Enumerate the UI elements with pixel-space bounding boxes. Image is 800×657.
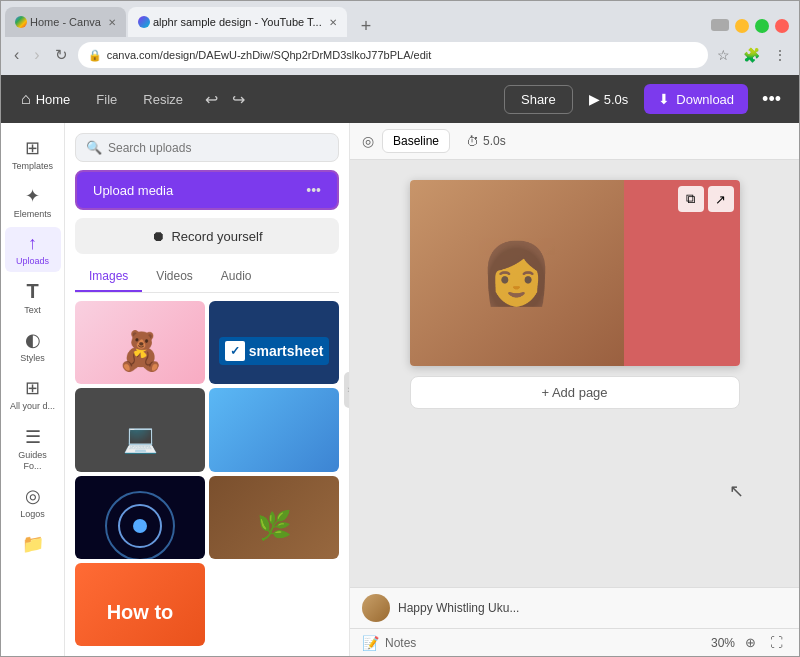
canvas-toolbar: ◎ Baseline ⏱ 5.0s [350, 123, 799, 160]
tab-design[interactable]: alphr sample design - YouTube T... ✕ [128, 7, 347, 37]
guides-label: Guides Fo... [9, 450, 57, 472]
zoom-fit-button[interactable]: ⊕ [741, 633, 760, 652]
tab-design-label: alphr sample design - YouTube T... [153, 16, 322, 28]
address-bar[interactable]: 🔒 canva.com/design/DAEwU-zhDiw/SQhp2rDrM… [78, 42, 708, 68]
grid-item-apple[interactable] [209, 388, 339, 471]
more-options-button[interactable]: ••• [754, 85, 789, 114]
add-page-button[interactable]: + Add page [410, 376, 740, 409]
chrome-favicon-icon [15, 16, 27, 28]
grid-item-howto[interactable]: How to [75, 563, 205, 646]
all-your-label: All your d... [10, 401, 55, 412]
forward-button[interactable]: › [29, 44, 44, 66]
url-display: canva.com/design/DAEwU-zhDiw/SQhp2rDrMD3… [107, 49, 432, 61]
music-avatar [362, 594, 390, 622]
timer-icon: ⏱ [466, 134, 479, 149]
upload-media-button[interactable]: Upload media ••• [75, 170, 339, 210]
guides-icon: ☰ [25, 426, 41, 448]
file-button[interactable]: File [86, 86, 127, 113]
fullscreen-button[interactable]: ⛶ [766, 633, 787, 652]
canvas-area: ◎ Baseline ⏱ 5.0s 👩 [350, 123, 799, 656]
grid-item-teddy[interactable]: 🧸 [75, 301, 205, 384]
share-button[interactable]: Share [504, 85, 573, 114]
window-minimize-button[interactable] [735, 19, 749, 33]
record-icon: ⏺ [151, 228, 165, 244]
tab-home-close-icon[interactable]: ✕ [108, 17, 116, 28]
zoom-level: 30% [711, 636, 735, 650]
panel-resize-handle[interactable]: › [344, 372, 350, 408]
grid-item-laptop[interactable]: 💻 [75, 388, 205, 471]
home-label: Home [36, 92, 71, 107]
record-yourself-button[interactable]: ⏺ Record yourself [75, 218, 339, 254]
download-icon: ⬇ [658, 91, 670, 107]
sidebar-item-styles[interactable]: ◐ Styles [5, 323, 61, 369]
styles-icon: ◐ [25, 329, 41, 351]
sidebar-item-logos[interactable]: ◎ Logos [5, 479, 61, 525]
download-button[interactable]: ⬇ Download [644, 84, 748, 114]
icon-sidebar: ⊞ Templates ✦ Elements ↑ Uploads T Text … [1, 123, 65, 656]
share-icon: ↗ [715, 192, 726, 207]
extensions-button[interactable]: 🧩 [739, 45, 764, 65]
sidebar-item-text[interactable]: T Text [5, 274, 61, 321]
canvas-slide[interactable]: 👩 ⧉ ↗ [410, 180, 740, 366]
play-button[interactable]: ▶ 5.0s [579, 85, 639, 113]
sidebar-item-guides[interactable]: ☰ Guides Fo... [5, 420, 61, 478]
canvas-image-left: 👩 [410, 180, 625, 366]
canvas-wrapper: 👩 ⧉ ↗ + Add page [350, 160, 799, 587]
bookmark-button[interactable]: ☆ [713, 45, 734, 65]
grid-item-smartsheet[interactable]: ✓ smartsheet [209, 301, 339, 384]
tab-images[interactable]: Images [75, 262, 142, 292]
undo-button[interactable]: ↩ [199, 86, 224, 113]
styles-label: Styles [20, 353, 45, 363]
search-input[interactable] [108, 141, 328, 155]
browser-menu-button[interactable]: ⋮ [769, 45, 791, 65]
cursor-indicator: ↖ [729, 480, 744, 502]
notes-icon: 📝 [362, 635, 379, 651]
back-button[interactable]: ‹ [9, 44, 24, 66]
grid-item-wood[interactable]: 🌿 [209, 476, 339, 559]
lock-icon: 🔒 [88, 49, 102, 62]
all-your-icon: ⊞ [25, 377, 40, 399]
uploads-label: Uploads [16, 256, 49, 266]
search-icon: 🔍 [86, 140, 102, 155]
canvas-corner-actions: ⧉ ↗ [678, 186, 734, 212]
redo-button[interactable]: ↪ [226, 86, 251, 113]
canvas-share-button[interactable]: ↗ [708, 186, 734, 212]
status-bar: 📝 Notes 30% ⊕ ⛶ [350, 628, 799, 656]
logos-label: Logos [20, 509, 45, 519]
home-icon: ⌂ [21, 90, 31, 108]
baseline-button[interactable]: Baseline [382, 129, 450, 153]
refresh-button[interactable]: ↻ [50, 44, 73, 66]
window-close-button[interactable] [775, 19, 789, 33]
sidebar-item-templates[interactable]: ⊞ Templates [5, 131, 61, 177]
folders-icon: 📁 [22, 533, 44, 555]
sidebar-item-folders[interactable]: 📁 [5, 527, 61, 561]
grid-item-tech[interactable] [75, 476, 205, 559]
tab-home-label: Home - Canva [30, 16, 101, 28]
timer-display: ⏱ 5.0s [458, 130, 514, 153]
window-collapse-button[interactable] [711, 19, 729, 31]
notes-label: Notes [385, 636, 416, 650]
canva-favicon-icon [138, 16, 150, 28]
window-maximize-button[interactable] [755, 19, 769, 33]
tab-design-close-icon[interactable]: ✕ [329, 17, 337, 28]
search-bar[interactable]: 🔍 [75, 133, 339, 162]
copy-icon: ⧉ [686, 191, 695, 207]
templates-icon: ⊞ [25, 137, 40, 159]
canvas-copy-button[interactable]: ⧉ [678, 186, 704, 212]
templates-label: Templates [12, 161, 53, 171]
home-button[interactable]: ⌂ Home [11, 84, 80, 114]
sidebar-item-uploads[interactable]: ↑ Uploads [5, 227, 61, 272]
baseline-icon: ◎ [362, 133, 374, 149]
sidebar-item-all-your[interactable]: ⊞ All your d... [5, 371, 61, 418]
music-bar: Happy Whistling Uku... [350, 587, 799, 628]
tab-home[interactable]: Home - Canva ✕ [5, 7, 126, 37]
resize-button[interactable]: Resize [133, 86, 193, 113]
text-icon: T [26, 280, 38, 303]
sidebar-item-elements[interactable]: ✦ Elements [5, 179, 61, 225]
tab-audio[interactable]: Audio [207, 262, 266, 292]
text-label: Text [24, 305, 41, 315]
tab-videos[interactable]: Videos [142, 262, 206, 292]
music-title: Happy Whistling Uku... [398, 601, 519, 615]
new-tab-button[interactable]: + [355, 16, 378, 37]
uploads-icon: ↑ [28, 233, 37, 254]
